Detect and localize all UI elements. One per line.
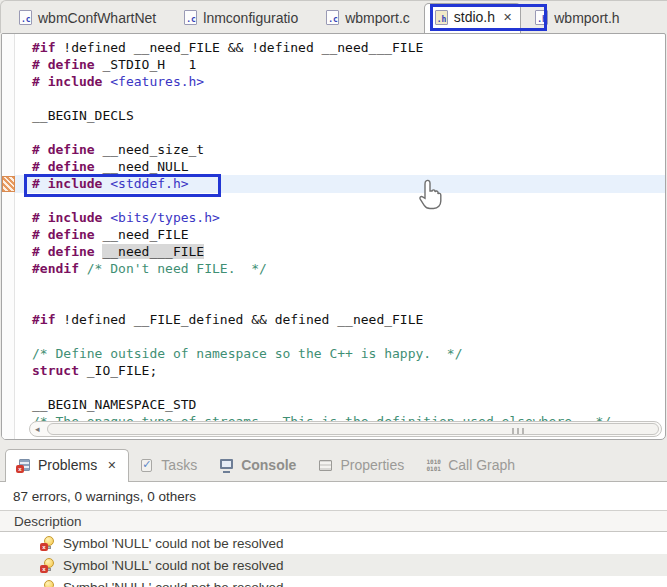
console-icon xyxy=(219,458,234,473)
view-tab-problems[interactable]: xProblems✕ xyxy=(5,449,129,482)
editor-tab-label: stdio.h xyxy=(454,9,495,25)
view-tab-label: Console xyxy=(241,457,296,473)
editor-tab-bar: wbmConfWhartNetlnmconfiguratiowbmport.cs… xyxy=(0,0,667,33)
problem-description: Symbol 'NULL' could not be resolved xyxy=(63,580,284,587)
editor-tab-wbmport.c[interactable]: wbmport.c xyxy=(312,4,424,33)
code-line[interactable] xyxy=(15,124,665,141)
editor-tab-label: wbmConfWhartNet xyxy=(38,10,156,26)
problems-view: 87 errors, 0 warnings, 0 others Descript… xyxy=(0,481,667,587)
code-token: # include xyxy=(32,74,102,89)
code-token: #if xyxy=(32,40,55,55)
view-tab-properties[interactable]: Properties xyxy=(308,450,416,482)
view-tab-call-graph[interactable]: 10100101Call Graph xyxy=(416,450,527,482)
problem-description: Symbol 'NULL' could not be resolved xyxy=(63,558,284,573)
h-file-icon xyxy=(435,10,448,25)
code-token: !defined __FILE_defined && defined __nee… xyxy=(55,312,423,327)
editor-tab-lnmconfiguratio[interactable]: lnmconfiguratio xyxy=(170,4,312,33)
error-bulb-icon: x xyxy=(40,558,55,573)
code-token: __need_NULL xyxy=(95,159,189,174)
editor-tab-wbmport.h[interactable]: wbmport.h xyxy=(521,4,633,33)
code-line[interactable]: #endif /* Don't need FILE. */ xyxy=(15,260,665,277)
view-tab-tasks[interactable]: ✓Tasks xyxy=(129,450,209,482)
code-line[interactable] xyxy=(15,277,665,294)
tasks-icon: ✓ xyxy=(139,458,154,473)
range-marker xyxy=(2,176,15,192)
tab-close-icon[interactable]: ✕ xyxy=(503,11,512,24)
problem-row[interactable]: xSymbol 'NULL' could not be resolved xyxy=(0,554,667,576)
problem-row[interactable]: xSymbol 'NULL' could not be resolved xyxy=(0,576,667,587)
code-token: <features.h> xyxy=(110,74,204,89)
code-line[interactable]: # define __need_FILE xyxy=(15,226,665,243)
code-token: #endif xyxy=(32,261,79,276)
editor-tab-label: wbmport.c xyxy=(345,10,410,26)
c-file-icon xyxy=(184,10,197,25)
code-token: # include xyxy=(32,176,102,191)
code-line[interactable]: __BEGIN_NAMESPACE_STD xyxy=(15,396,665,413)
code-token: struct xyxy=(32,363,79,378)
code-line[interactable]: # define __need_NULL xyxy=(15,158,665,175)
code-line[interactable]: # define _STDIO_H 1 xyxy=(15,56,665,73)
problem-description: Symbol 'NULL' could not be resolved xyxy=(63,536,284,551)
code-text[interactable]: #if !defined __need_FILE && !defined __n… xyxy=(15,39,665,430)
error-bulb-icon: x xyxy=(40,536,55,551)
code-token: <bits/types.h> xyxy=(110,210,220,225)
view-tab-label: Problems xyxy=(38,457,97,473)
code-token: __BEGIN_DECLS xyxy=(32,108,134,123)
code-token: __BEGIN_NAMESPACE_STD xyxy=(32,397,196,412)
code-editor[interactable]: #if !defined __need_FILE && !defined __n… xyxy=(1,33,666,440)
code-token: <stddef.h> xyxy=(110,176,188,191)
scrollbar-thumb[interactable] xyxy=(47,423,659,435)
code-token xyxy=(79,261,87,276)
code-token: # define xyxy=(32,57,95,72)
editor-tab-wbmConfWhartNet[interactable]: wbmConfWhartNet xyxy=(5,4,170,33)
code-line[interactable] xyxy=(15,90,665,107)
call-graph-icon: 10100101 xyxy=(426,458,441,473)
code-token: # define xyxy=(32,142,95,157)
code-line[interactable]: # define __need_size_t xyxy=(15,141,665,158)
bottom-view-tab-bar: xProblems✕✓TasksConsoleProperties1010010… xyxy=(0,446,667,482)
horizontal-scrollbar[interactable]: ◂ xyxy=(29,421,662,437)
code-token: # include xyxy=(32,210,102,225)
editor-tab-label: wbmport.h xyxy=(554,10,619,26)
problem-row[interactable]: xSymbol 'NULL' could not be resolved xyxy=(0,532,667,554)
code-line[interactable] xyxy=(15,328,665,345)
code-line[interactable]: #if !defined __FILE_defined && defined _… xyxy=(15,311,665,328)
code-token: /* Don't need FILE. */ xyxy=(87,261,267,276)
description-column-header[interactable]: Description xyxy=(0,510,667,532)
code-line[interactable] xyxy=(15,192,665,209)
problems-table: xSymbol 'NULL' could not be resolvedxSym… xyxy=(0,532,667,587)
scroll-left-arrow-icon[interactable]: ◂ xyxy=(35,424,40,434)
annotation-ruler[interactable] xyxy=(2,34,15,439)
code-token: __need___FILE xyxy=(102,244,204,259)
view-tab-label: Properties xyxy=(340,457,404,473)
code-line[interactable]: # define __need___FILE xyxy=(15,243,665,260)
code-line[interactable] xyxy=(15,294,665,311)
code-token: __need_size_t xyxy=(95,142,205,157)
code-token: !defined __need_FILE && !defined __need_… xyxy=(55,40,423,55)
code-token: #if xyxy=(32,312,55,327)
c-file-icon xyxy=(326,10,339,25)
problems-summary: 87 errors, 0 warnings, 0 others xyxy=(0,482,667,510)
code-line[interactable]: struct _IO_FILE; xyxy=(15,362,665,379)
code-line[interactable]: # include <bits/types.h> xyxy=(15,209,665,226)
code-line[interactable]: #if !defined __need_FILE && !defined __n… xyxy=(15,39,665,56)
view-tab-console[interactable]: Console xyxy=(209,450,308,482)
view-tab-label: Tasks xyxy=(161,457,197,473)
tab-close-icon[interactable]: ✕ xyxy=(107,459,116,472)
h-file-icon xyxy=(535,10,548,25)
code-line[interactable]: # include <features.h> xyxy=(15,73,665,90)
error-bulb-icon: x xyxy=(40,580,55,587)
editor-tab-stdio.h[interactable]: stdio.h✕ xyxy=(424,3,521,33)
code-line[interactable] xyxy=(15,379,665,396)
code-token: _IO_FILE; xyxy=(79,363,157,378)
properties-icon xyxy=(318,458,333,473)
code-token: __need_FILE xyxy=(95,227,189,242)
view-tab-label: Call Graph xyxy=(448,457,515,473)
code-line[interactable]: /* Define outside of namespace so the C+… xyxy=(15,345,665,362)
problems-icon: x xyxy=(16,458,31,473)
code-line[interactable]: # include <stddef.h> xyxy=(15,175,665,192)
code-token: # define xyxy=(32,159,95,174)
code-token: _STDIO_H 1 xyxy=(95,57,197,72)
code-token: /* Define outside of namespace so the C+… xyxy=(32,346,462,361)
code-line[interactable]: __BEGIN_DECLS xyxy=(15,107,665,124)
